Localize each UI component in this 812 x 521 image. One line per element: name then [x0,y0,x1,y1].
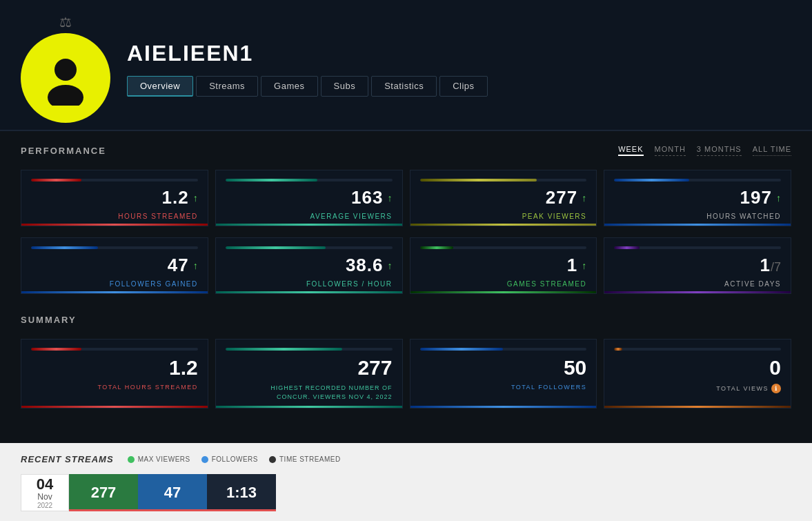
stat-followers-per-hour: 38.6 ↑ FOLLOWERS / HOUR [215,237,403,294]
main-content: PERFORMANCE WEEK MONTH 3 MONTHS ALL TIME… [0,131,812,443]
time-filter-week[interactable]: WEEK [618,145,643,156]
active-days-value: 1 [760,255,771,276]
summary-views-number: 0 [769,356,781,380]
stream-date-cell: 04 Nov 2022 [21,474,69,511]
stats-row-1: 1.2 ↑ HOURS STREAMED 163 ↑ AVERAGE VIEWE… [21,170,791,226]
summary-total-views: 0 TOTAL VIEWS ℹ [604,339,791,409]
active-days-inner-bar [614,246,639,249]
tab-clips[interactable]: Clips [439,76,487,97]
summary-views-label: TOTAL VIEWS ℹ [614,384,781,393]
summary-grid: 1.2 TOTAL HOURS STREAMED 277 HIGHEST REC… [21,339,791,409]
summary-section: SUMMARY 1.2 TOTAL HOURS STREAMED 277 HIG… [21,315,791,409]
active-days-bar [604,291,791,293]
followers-per-hour-value: 38.6 [346,255,384,276]
summary-hours-bar [21,406,208,408]
stat-avg-viewers: 163 ↑ AVERAGE VIEWERS [215,170,403,226]
games-streamed-label: GAMES STREAMED [420,280,587,288]
stream-day: 04 [37,477,53,492]
avg-viewers-bar-container [226,179,393,181]
peak-viewers-bar [410,224,597,226]
avg-viewers-arrow: ↑ [388,193,393,204]
followers-per-hour-bar-container [226,246,393,249]
hours-watched-inner-bar [614,179,689,181]
avg-viewers-value: 163 [351,187,383,208]
summary-views-bar-container [614,348,781,351]
peak-viewers-value: 277 [546,187,577,208]
tab-games[interactable]: Games [261,76,317,97]
followers-gained-arrow: ↑ [193,260,198,271]
summary-viewers-inner-bar [226,348,342,351]
stat-hours-streamed: 1.2 ↑ HOURS STREAMED [21,170,208,226]
scale-icon: ⚖ [59,14,72,30]
tab-subs[interactable]: Subs [321,76,369,97]
header-info: AIELIEEN1 Overview Streams Games Subs St… [127,41,488,104]
games-streamed-arrow: ↑ [582,260,586,271]
summary-views-bar [604,406,791,408]
stream-month-year: Nov 2022 [37,492,52,509]
stream-followers-underbar [138,509,207,511]
time-filters: WEEK MONTH 3 MONTHS ALL TIME [618,145,791,156]
time-filter-month[interactable]: MONTH [655,145,686,156]
summary-followers-label: TOTAL FOLLOWERS [420,384,587,391]
tab-overview[interactable]: Overview [127,76,193,97]
followers-gained-bar-container [31,246,198,249]
summary-followers-bar-container [420,348,587,351]
games-streamed-value: 1 [567,255,577,276]
peak-viewers-bar-container [420,179,587,181]
nav-tabs: Overview Streams Games Subs Statistics C… [127,76,488,97]
avg-viewers-bar [216,224,402,226]
peak-viewers-value-row: 277 ↑ [420,187,587,208]
performance-title: PERFORMANCE [21,146,106,156]
hours-streamed-value: 1.2 [162,187,189,208]
svg-point-0 [55,59,77,81]
summary-hours-inner-bar [31,348,81,351]
hours-watched-bar [604,224,791,226]
summary-title: SUMMARY [21,315,77,325]
summary-hours-value: 1.2 [31,356,198,380]
games-streamed-bar-container [420,246,587,249]
legend-followers: FOLLOWERS [201,455,258,463]
time-filter-alltime[interactable]: ALL TIME [753,145,791,156]
hours-streamed-inner-bar [31,179,81,181]
peak-viewers-inner-bar [420,179,537,181]
legend-max-viewers-dot [128,456,135,463]
hours-streamed-label: HOURS STREAMED [31,213,198,220]
followers-per-hour-bar [216,291,402,293]
legend-followers-dot [201,456,208,463]
recent-streams-header: RECENT STREAMS MAX VIEWERS FOLLOWERS TIM… [21,454,791,464]
recent-streams-title: RECENT STREAMS [21,454,114,464]
peak-viewers-label: PEAK VIEWERS [420,213,587,220]
stat-games-streamed: 1 ↑ GAMES STREAMED [410,237,597,294]
header: ⚖ AIELIEEN1 Overview Streams Games Subs … [0,0,812,131]
legend-max-viewers-label: MAX VIEWERS [138,455,190,463]
summary-views-inner-bar [614,348,622,351]
performance-header: PERFORMANCE WEEK MONTH 3 MONTHS ALL TIME [21,145,791,156]
time-filter-3months[interactable]: 3 MONTHS [697,145,742,156]
followers-per-hour-inner-bar [226,246,326,249]
stat-peak-viewers: 277 ↑ PEAK VIEWERS [410,170,597,226]
followers-gained-inner-bar [31,246,98,249]
summary-followers-bar [410,406,597,408]
tab-streams[interactable]: Streams [196,76,258,97]
games-streamed-bar [410,291,597,293]
followers-gained-value-row: 47 ↑ [31,255,198,276]
stream-time-cell: 1:13 [207,474,276,511]
followers-gained-bar [21,291,208,293]
stream-row: 04 Nov 2022 277 47 1:13 [21,474,791,511]
stream-time-underbar [207,509,276,511]
hours-watched-bar-container [614,179,781,181]
stream-followers-cell: 47 [138,474,207,511]
active-days-bar-container [614,246,781,249]
games-streamed-inner-bar [420,246,453,249]
hours-streamed-arrow: ↑ [193,193,198,204]
stat-hours-watched: 197 ↑ HOURS WATCHED [604,170,791,226]
tab-statistics[interactable]: Statistics [371,76,437,97]
hours-streamed-value-row: 1.2 ↑ [31,187,198,208]
active-days-total: 7 [774,260,781,275]
avg-viewers-label: AVERAGE VIEWERS [226,213,393,220]
stream-month: Nov [37,492,52,502]
active-days-fraction: 1 / 7 [760,255,782,276]
svg-point-1 [48,85,83,106]
hours-streamed-bar [21,224,208,226]
summary-hours-label: TOTAL HOURS STREAMED [31,384,198,391]
